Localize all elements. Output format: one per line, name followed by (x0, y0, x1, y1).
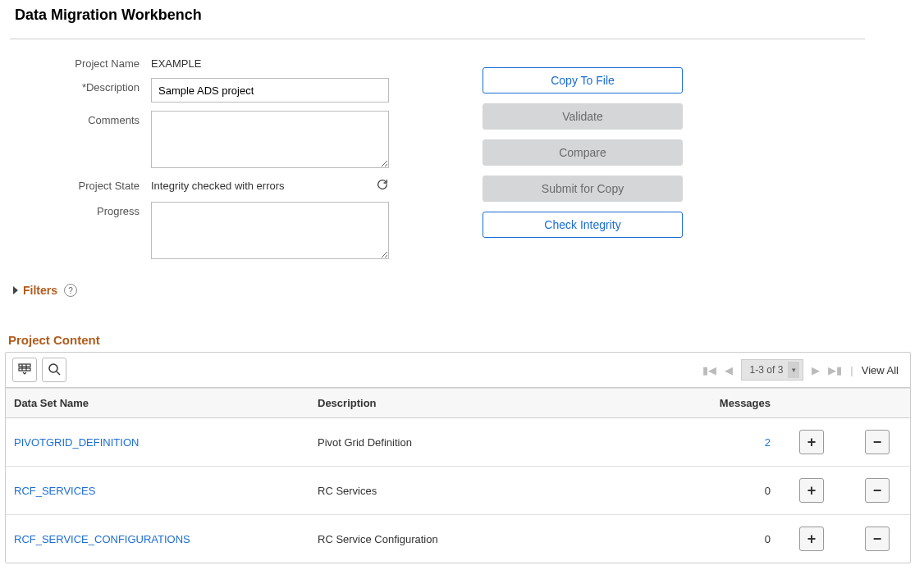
add-row-button[interactable]: + (799, 527, 824, 551)
grid-search-button[interactable] (42, 358, 66, 382)
page-range[interactable]: 1-3 of 3 ▾ (741, 359, 804, 381)
caret-right-icon (13, 286, 18, 294)
col-header-data-set-name[interactable]: Data Set Name (6, 389, 309, 418)
label-description: *Description (16, 78, 140, 93)
svg-rect-0 (19, 364, 30, 367)
view-all-link[interactable]: View All (862, 364, 903, 376)
col-header-messages[interactable]: Messages (680, 389, 779, 418)
compare-button[interactable]: Compare (483, 139, 683, 166)
divider (10, 39, 865, 39)
first-page-icon: ▮◀ (702, 364, 716, 376)
value-project-state: Integrity checked with errors (151, 176, 364, 192)
add-row-button[interactable]: + (799, 430, 824, 454)
filters-label: Filters (23, 284, 57, 297)
svg-rect-1 (19, 368, 30, 371)
search-icon (48, 362, 61, 378)
progress-textarea[interactable] (151, 202, 389, 259)
messages-link[interactable]: 2 (765, 436, 771, 449)
cell-description: RC Services (309, 467, 680, 515)
grid-toolbar: ▮◀ ◀ 1-3 of 3 ▾ ▶ ▶▮ | View All (6, 353, 910, 388)
grid-settings-icon (18, 363, 31, 377)
form-area: Project Name EXAMPLE *Description Commen… (16, 54, 919, 259)
row-comments: Comments (16, 111, 392, 168)
refresh-icon (376, 181, 389, 194)
add-row-button[interactable]: + (799, 478, 824, 503)
prev-page-icon: ◀ (725, 364, 733, 376)
messages-count: 0 (765, 485, 771, 497)
row-project-state: Project State Integrity checked with err… (16, 176, 392, 194)
data-grid: Data Set Name Description Messages PIVOT… (6, 388, 910, 563)
help-icon[interactable]: ? (64, 284, 77, 297)
svg-point-4 (49, 364, 57, 372)
label-progress: Progress (16, 202, 140, 217)
svg-line-5 (57, 372, 60, 375)
table-row: PIVOTGRID_DEFINITION Pivot Grid Definiti… (6, 418, 910, 467)
col-header-description[interactable]: Description (309, 389, 680, 418)
value-project-name: EXAMPLE (151, 54, 389, 70)
next-page-icon: ▶ (812, 364, 820, 376)
remove-row-button[interactable]: − (865, 478, 890, 503)
validate-button[interactable]: Validate (483, 103, 683, 130)
row-description: *Description (16, 78, 392, 103)
submit-for-copy-button[interactable]: Submit for Copy (483, 176, 683, 202)
label-project-name: Project Name (16, 54, 140, 70)
label-project-state: Project State (16, 176, 140, 192)
remove-row-button[interactable]: − (865, 527, 890, 551)
button-column: Copy To File Validate Compare Submit for… (483, 54, 683, 259)
data-set-link[interactable]: PIVOTGRID_DEFINITION (14, 436, 139, 449)
description-input[interactable] (151, 78, 389, 103)
table-row: RCF_SERVICES RC Services 0 + − (6, 467, 910, 515)
col-header-add (779, 389, 844, 418)
toolbar-left (12, 358, 66, 382)
chevron-down-icon: ▾ (788, 362, 799, 378)
form-left: Project Name EXAMPLE *Description Commen… (16, 54, 392, 259)
table-row: RCF_SERVICE_CONFIGURATIONS RC Service Co… (6, 515, 910, 563)
grid-settings-button[interactable] (12, 358, 37, 382)
page-range-text: 1-3 of 3 (750, 364, 784, 376)
messages-count: 0 (765, 533, 771, 545)
toolbar-right: ▮◀ ◀ 1-3 of 3 ▾ ▶ ▶▮ | View All (702, 359, 903, 381)
filters-toggle[interactable]: Filters ? (13, 284, 919, 297)
remove-row-button[interactable]: − (865, 430, 890, 454)
col-header-remove (844, 389, 910, 418)
last-page-icon: ▶▮ (828, 364, 842, 376)
page-title: Data Migration Workbench (5, 3, 919, 39)
data-set-link[interactable]: RCF_SERVICE_CONFIGURATIONS (14, 533, 190, 545)
project-content-header: Project Content (8, 333, 919, 347)
row-project-name: Project Name EXAMPLE (16, 54, 392, 70)
copy-to-file-button[interactable]: Copy To File (483, 67, 683, 93)
data-set-link[interactable]: RCF_SERVICES (14, 485, 95, 497)
refresh-button[interactable] (376, 176, 392, 194)
project-content-grid: ▮◀ ◀ 1-3 of 3 ▾ ▶ ▶▮ | View All Data Set… (5, 352, 911, 563)
cell-description: Pivot Grid Definition (309, 418, 680, 467)
check-integrity-button[interactable]: Check Integrity (483, 212, 683, 238)
row-progress: Progress (16, 202, 392, 259)
label-comments: Comments (16, 111, 140, 126)
comments-textarea[interactable] (151, 111, 389, 168)
cell-description: RC Service Configuration (309, 515, 680, 563)
toolbar-separator: | (850, 364, 853, 376)
